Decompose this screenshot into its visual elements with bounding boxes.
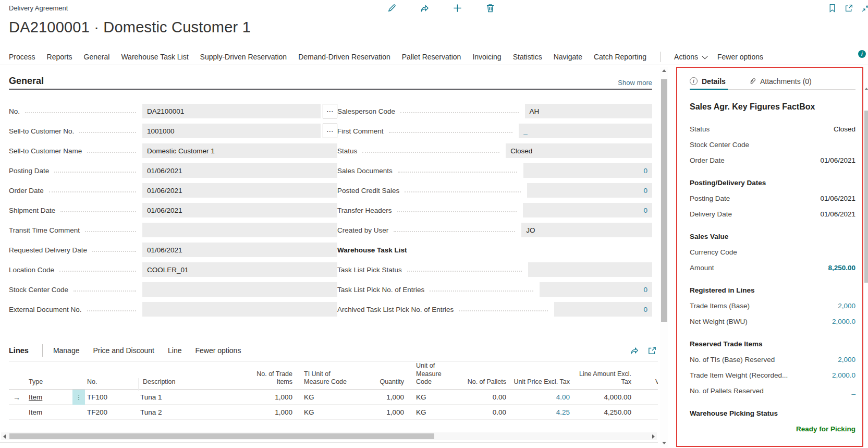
main-vertical-scrollbar-thumb[interactable] — [661, 79, 667, 322]
menu-item-process[interactable]: Process — [9, 53, 35, 61]
delete-trash-icon[interactable] — [485, 3, 495, 13]
quantity-cell[interactable]: 1,000 — [357, 408, 406, 416]
description-cell[interactable]: Tuna 1 — [138, 393, 248, 401]
customer-assist-button[interactable]: ⋯ — [323, 124, 337, 138]
external-document-no-field[interactable] — [142, 302, 337, 317]
column-header-no[interactable]: No. — [85, 378, 138, 391]
tab-details[interactable]: i Details — [690, 73, 726, 90]
main-vertical-scrollbar[interactable] — [660, 67, 668, 447]
factbox-vertical-scrollbar[interactable] — [864, 78, 868, 447]
menu-item-navigate[interactable]: Navigate — [554, 53, 582, 61]
pallets-cell[interactable]: 0.00 — [460, 393, 508, 401]
info-icon[interactable]: i — [858, 50, 866, 58]
line-amount-cell[interactable]: 4,000.00 — [572, 393, 633, 401]
unit-price-link[interactable]: 4.25 — [508, 408, 572, 416]
horizontal-scrollbar[interactable] — [1, 432, 657, 440]
bookmark-icon[interactable] — [828, 4, 837, 13]
table-row[interactable]: → Item ⋮ TF100 Tuna 1 1,000 KG 1,000 KG … — [9, 390, 658, 405]
share-icon[interactable] — [420, 3, 430, 13]
field-requested-delivery-date: Requested Delivery Date 01/06/2021 — [9, 240, 337, 260]
lines-menu-price-and-discount[interactable]: Price and Discount — [93, 346, 154, 355]
shipment-date-field[interactable]: 01/06/2021 — [142, 203, 337, 217]
transfer-headers-field[interactable]: 0 — [523, 203, 652, 217]
stock-center-code-field[interactable] — [142, 282, 337, 297]
lines-share-icon[interactable] — [630, 346, 639, 355]
no-field[interactable]: DA2100001 — [142, 104, 321, 118]
lines-menu-manage[interactable]: Manage — [53, 346, 80, 355]
collapse-icon[interactable] — [861, 4, 868, 13]
menu-item-reports[interactable]: Reports — [47, 53, 72, 61]
field-status: Status Closed — [337, 141, 652, 161]
type-cell[interactable]: Item — [27, 408, 72, 416]
menu-item-statistics[interactable]: Statistics — [513, 53, 542, 61]
pallets-cell[interactable]: 0.00 — [460, 408, 508, 416]
column-header-unit-of-measure-code[interactable]: Unit of Measure Code — [406, 362, 460, 391]
lines-menu-fewer-options[interactable]: Fewer options — [195, 346, 241, 355]
transit-time-comment-field[interactable] — [142, 223, 337, 237]
column-header-type[interactable]: Type — [27, 378, 72, 391]
posting-date-field[interactable]: 01/06/2021 — [142, 163, 337, 178]
menu-item-general[interactable]: General — [84, 53, 110, 61]
unit-price-link[interactable]: 4.00 — [508, 393, 572, 401]
column-header-quantity[interactable]: Quantity — [357, 378, 406, 391]
sales-documents-field[interactable]: 0 — [523, 163, 652, 178]
first-comment-field[interactable]: _ — [519, 124, 652, 138]
menu-item-supply-driven-reservation[interactable]: Supply-Driven Reservation — [200, 53, 287, 61]
item-no-cell[interactable]: TF200 — [85, 408, 138, 416]
created-by-user-field[interactable]: JO — [521, 223, 652, 237]
quantity-cell[interactable]: 1,000 — [357, 393, 406, 401]
menu-item-demand-driven-reservation[interactable]: Demand-Driven Reservation — [298, 53, 390, 61]
trade-items-cell[interactable]: 1,000 — [248, 393, 295, 401]
task-list-pick-status-field[interactable] — [528, 262, 652, 277]
menu-item-warehouse-task-list[interactable]: Warehouse Task List — [121, 53, 188, 61]
scroll-down-arrow-icon[interactable] — [662, 442, 666, 444]
factbox-field-order-date: Order Date 01/06/2021 — [690, 152, 855, 168]
line-amount-cell[interactable]: 4,250.00 — [572, 408, 633, 416]
sell-to-customer-name-field[interactable]: Domestic Customer 1 — [142, 143, 337, 158]
uom-cell[interactable]: KG — [406, 408, 460, 416]
row-ellipsis-icon[interactable]: ⋮ — [72, 390, 85, 405]
lines-open-in-new-window-icon[interactable] — [647, 346, 657, 355]
menu-item-catch-reporting[interactable]: Catch Reporting — [594, 53, 646, 61]
open-in-new-window-icon[interactable] — [845, 4, 853, 13]
posted-credit-sales-field[interactable]: 0 — [527, 183, 652, 198]
column-header-description[interactable]: Description — [138, 378, 248, 391]
column-header-line-amount-excl-tax[interactable]: Line Amount Excl. Tax — [572, 370, 633, 391]
location-code-field[interactable]: COOLER_01 — [142, 262, 337, 277]
scroll-right-arrow-icon[interactable] — [652, 434, 655, 439]
scroll-up-arrow-icon[interactable] — [662, 69, 666, 72]
show-more-link[interactable]: Show more — [618, 79, 652, 87]
column-header-unit-price-excl-tax[interactable]: Unit Price Excl. Tax — [508, 378, 572, 391]
new-plus-icon[interactable] — [453, 3, 462, 13]
ti-uom-cell[interactable]: KG — [295, 408, 357, 416]
trade-items-cell[interactable]: 1,000 — [248, 408, 295, 416]
factbox-pane-highlighted-red: i Details Attachments (0) Sales Agr. Key… — [676, 67, 863, 447]
archived-task-list-pick-no-of-entries-field[interactable]: 0 — [554, 302, 652, 317]
field-no: No. DA2100001 ⋯ — [9, 101, 337, 121]
salesperson-code-field[interactable]: AH — [525, 104, 652, 118]
horizontal-scrollbar-thumb[interactable] — [9, 433, 434, 439]
fewer-options-button[interactable]: Fewer options — [717, 53, 763, 61]
requested-delivery-date-field[interactable]: 01/06/2021 — [142, 243, 337, 257]
amount-drilldown[interactable]: 8,250.00 — [828, 264, 855, 272]
description-cell[interactable]: Tuna 2 — [138, 408, 248, 416]
lines-menu-line[interactable]: Line — [168, 346, 181, 355]
column-header-no-of-pallets[interactable]: No. of Pallets — [460, 378, 508, 391]
factbox-scroll-up-arrow-icon[interactable] — [864, 88, 868, 90]
column-header-clipped[interactable]: V — [633, 378, 658, 391]
tab-attachments[interactable]: Attachments (0) — [749, 73, 812, 90]
column-header-ti-unit-of-measure-code[interactable]: TI Unit of Measure Code — [295, 370, 357, 391]
factbox-vertical-scrollbar-thumb[interactable] — [864, 111, 868, 283]
table-row[interactable]: Item TF200 Tuna 2 1,000 KG 1,000 KG 0.00… — [9, 405, 658, 420]
scroll-left-arrow-icon[interactable] — [3, 434, 6, 439]
column-header-no-of-trade-items[interactable]: No. of Trade Items — [248, 370, 295, 391]
menu-item-invoicing[interactable]: Invoicing — [472, 53, 501, 61]
edit-pencil-icon[interactable] — [387, 3, 397, 13]
status-field[interactable]: Closed — [506, 143, 652, 158]
order-date-field[interactable]: 01/06/2021 — [142, 183, 337, 198]
menu-item-pallet-reservation[interactable]: Pallet Reservation — [402, 53, 461, 61]
no-assist-button[interactable]: ⋯ — [323, 104, 337, 118]
task-list-pick-no-of-entries-field[interactable]: 0 — [540, 282, 652, 297]
actions-dropdown[interactable]: Actions — [674, 53, 706, 61]
sell-to-customer-no-field[interactable]: 1001000 — [142, 124, 321, 138]
